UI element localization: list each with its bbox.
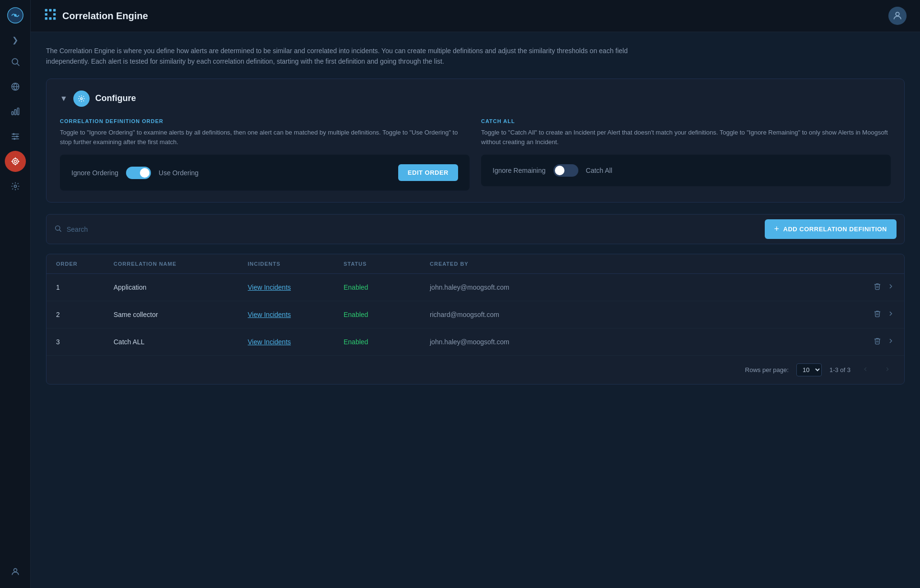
svg-line-33: [59, 230, 61, 232]
svg-rect-22: [45, 9, 47, 11]
pagination-range: 1-3 of 3: [829, 366, 851, 373]
table-row: 2 Same collector View Incidents Enabled …: [46, 301, 904, 328]
row3-incidents-link[interactable]: View Incidents: [248, 338, 344, 346]
pagination-prev-button[interactable]: [858, 364, 873, 376]
search-add-bar: + ADD CORRELATION DEFINITION: [46, 214, 905, 244]
svg-point-21: [13, 568, 17, 572]
catchall-label: CATCH ALL: [481, 118, 891, 124]
svg-rect-5: [12, 112, 13, 115]
row2-chevron-icon[interactable]: [887, 310, 895, 319]
col-order: ORDER: [56, 261, 114, 267]
rows-per-page-label: Rows per page:: [745, 366, 789, 373]
row1-status: Enabled: [344, 283, 430, 291]
catchall-desc: Toggle to "Catch All" to create an Incid…: [481, 128, 891, 147]
svg-rect-6: [14, 110, 16, 115]
correlation-table: ORDER CORRELATION NAME INCIDENTS STATUS …: [46, 254, 905, 384]
edit-order-button[interactable]: EDIT ORDER: [398, 164, 458, 181]
col-created: CREATED BY: [430, 261, 856, 267]
page-title: Correlation Engine: [62, 11, 148, 22]
table-row: 3 Catch ALL View Incidents Enabled john.…: [46, 328, 904, 356]
table-row: 1 Application View Incidents Enabled joh…: [46, 274, 904, 301]
svg-point-15: [14, 160, 16, 163]
sidebar-toggle[interactable]: ❯: [0, 33, 30, 47]
add-correlation-plus-icon: +: [774, 224, 780, 234]
ordering-desc: Toggle to "Ignore Ordering" to examine a…: [60, 128, 470, 147]
svg-rect-7: [17, 108, 19, 115]
sidebar-item-settings[interactable]: [5, 176, 26, 197]
add-correlation-button[interactable]: + ADD CORRELATION DEFINITION: [765, 219, 897, 239]
svg-rect-25: [45, 13, 47, 15]
svg-point-31: [80, 98, 82, 100]
page-description: The Correlation Engine is where you defi…: [46, 45, 669, 67]
row2-incidents-link[interactable]: View Incidents: [248, 311, 344, 318]
row1-incidents-link[interactable]: View Incidents: [248, 283, 344, 291]
configure-columns: CORRELATION DEFINITION ORDER Toggle to "…: [60, 118, 891, 191]
sidebar-item-bars[interactable]: [5, 126, 26, 147]
row2-status: Enabled: [344, 311, 430, 318]
col-actions: [856, 261, 895, 267]
svg-point-12: [16, 136, 18, 137]
svg-point-14: [12, 158, 18, 164]
catchall-toggle-left: Ignore Remaining: [493, 167, 546, 174]
col-name: CORRELATION NAME: [114, 261, 248, 267]
svg-rect-29: [53, 17, 56, 20]
svg-rect-27: [45, 17, 47, 20]
sidebar-item-globe[interactable]: [5, 76, 26, 97]
rows-per-page-select[interactable]: 10 25 50: [796, 363, 822, 376]
row3-name: Catch ALL: [114, 338, 248, 346]
row3-chevron-icon[interactable]: [887, 337, 895, 347]
svg-point-20: [14, 185, 16, 188]
svg-point-30: [896, 12, 899, 16]
ordering-label: CORRELATION DEFINITION ORDER: [60, 118, 470, 124]
configure-header: ▼ Configure: [60, 90, 891, 107]
row2-actions: [856, 310, 895, 319]
row1-delete-icon[interactable]: [874, 283, 881, 292]
row1-name: Application: [114, 283, 248, 291]
page-header: Correlation Engine: [31, 0, 920, 32]
row2-delete-icon[interactable]: [874, 310, 881, 319]
svg-rect-26: [53, 13, 56, 15]
row3-delete-icon[interactable]: [874, 337, 881, 347]
sidebar-item-search[interactable]: [5, 51, 26, 72]
app-logo[interactable]: [6, 6, 25, 25]
row2-created-by: richard@moogsoft.com: [430, 311, 856, 318]
row1-created-by: john.haley@moogsoft.com: [430, 283, 856, 291]
svg-point-13: [13, 138, 15, 140]
configure-collapse-btn[interactable]: ▼: [60, 94, 68, 103]
row3-actions: [856, 337, 895, 347]
ordering-toggle-right: Use Ordering: [159, 169, 198, 177]
catchall-section: CATCH ALL Toggle to "Catch All" to creat…: [481, 118, 891, 191]
user-avatar[interactable]: [888, 7, 907, 25]
row2-order: 2: [56, 311, 114, 318]
col-incidents: INCIDENTS: [248, 261, 344, 267]
page-content: The Correlation Engine is where you defi…: [31, 32, 920, 588]
row1-order: 1: [56, 283, 114, 291]
row3-status: Enabled: [344, 338, 430, 346]
catchall-toggle-right: Catch All: [586, 167, 612, 174]
table-header: ORDER CORRELATION NAME INCIDENTS STATUS …: [46, 254, 904, 274]
configure-title: Configure: [95, 93, 136, 103]
svg-point-32: [56, 226, 60, 230]
sidebar-item-user[interactable]: [5, 561, 26, 582]
row2-name: Same collector: [114, 311, 248, 318]
catchall-toggle[interactable]: [553, 164, 578, 177]
header-correlation-icon: [44, 8, 57, 23]
row3-created-by: john.haley@moogsoft.com: [430, 338, 856, 346]
row3-order: 3: [56, 338, 114, 346]
pagination-next-button[interactable]: [880, 364, 895, 376]
search-icon: [54, 225, 62, 234]
svg-rect-24: [53, 9, 56, 11]
ordering-toggle[interactable]: [126, 167, 151, 179]
svg-point-2: [12, 58, 18, 64]
svg-rect-23: [49, 9, 51, 11]
row1-actions: [856, 283, 895, 292]
ordering-toggle-left: Ignore Ordering: [71, 169, 118, 177]
sidebar-item-chart[interactable]: [5, 101, 26, 122]
search-wrap: [54, 225, 757, 234]
sidebar-item-correlation[interactable]: [5, 151, 26, 172]
add-correlation-label: ADD CORRELATION DEFINITION: [783, 226, 887, 233]
ordering-section: CORRELATION DEFINITION ORDER Toggle to "…: [60, 118, 470, 191]
row1-chevron-icon[interactable]: [887, 283, 895, 292]
configure-icon: [73, 90, 90, 107]
search-input[interactable]: [67, 226, 757, 233]
